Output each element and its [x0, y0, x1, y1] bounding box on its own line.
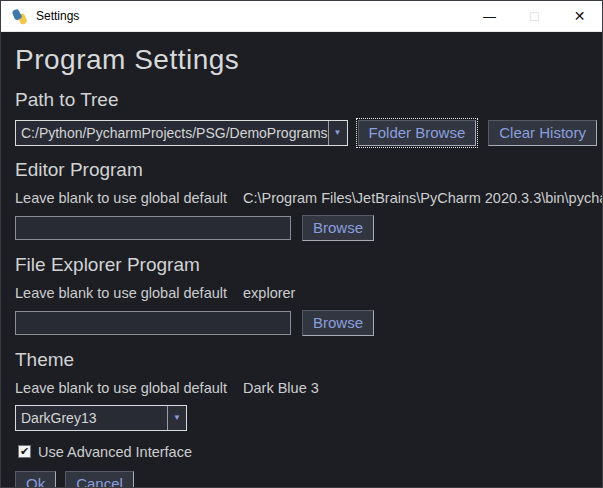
theme-hint: Leave blank to use global default [15, 380, 227, 396]
editor-browse-button[interactable]: Browse [302, 215, 374, 241]
file-explorer-default-value: explorer [243, 285, 295, 301]
theme-combobox-value[interactable]: DarkGrey13 [16, 406, 167, 430]
theme-dropdown-button[interactable]: ▼ [167, 406, 186, 430]
path-to-tree-row: C:/Python/PycharmProjects/PSG/DemoProgra… [15, 120, 588, 146]
advanced-interface-checkbox[interactable]: ✔ [18, 445, 31, 458]
folder-path-combobox-value[interactable]: C:/Python/PycharmProjects/PSG/DemoProgra… [16, 121, 328, 145]
pysimplegui-logo-icon [11, 8, 28, 25]
section-heading-theme: Theme [15, 349, 588, 371]
window-title: Settings [36, 9, 467, 23]
theme-default-value: Dark Blue 3 [243, 380, 319, 396]
editor-program-input[interactable] [15, 216, 291, 240]
settings-content: Program Settings Path to Tree C:/Python/… [1, 44, 602, 488]
folder-browse-button[interactable]: Folder Browse [358, 120, 477, 146]
cancel-button[interactable]: Cancel [65, 471, 134, 488]
folder-path-combobox[interactable]: C:/Python/PycharmProjects/PSG/DemoProgra… [15, 120, 348, 146]
page-title: Program Settings [15, 44, 588, 76]
theme-combo-row: DarkGrey13 ▼ [15, 405, 588, 431]
maximize-button[interactable]: □ [512, 1, 557, 32]
maximize-icon: □ [530, 8, 538, 24]
close-button[interactable]: ✕ [557, 1, 602, 32]
editor-program-input-row: Browse [15, 215, 588, 241]
minimize-button[interactable]: — [467, 1, 512, 32]
editor-program-default-value: C:\Program Files\JetBrains\PyCharm 2020.… [243, 190, 603, 206]
footer-buttons: Ok Cancel [15, 471, 588, 488]
file-explorer-input[interactable] [15, 311, 291, 335]
clear-history-button[interactable]: Clear History [488, 120, 597, 146]
advanced-interface-checkbox-row[interactable]: ✔ Use Advanced Interface [18, 444, 588, 460]
titlebar[interactable]: Settings — □ ✕ [1, 1, 602, 32]
section-heading-file-explorer: File Explorer Program [15, 254, 588, 276]
advanced-interface-checkbox-label[interactable]: Use Advanced Interface [38, 444, 192, 460]
chevron-down-icon: ▼ [334, 129, 342, 137]
file-explorer-browse-button[interactable]: Browse [302, 310, 374, 336]
theme-hint-row: Leave blank to use global default Dark B… [15, 380, 588, 396]
checkmark-icon: ✔ [20, 446, 29, 457]
ok-button[interactable]: Ok [15, 471, 56, 488]
section-heading-path-to-tree: Path to Tree [15, 89, 588, 111]
editor-program-hint-row: Leave blank to use global default C:\Pro… [15, 190, 588, 206]
minimize-icon: — [483, 9, 496, 24]
folder-path-dropdown-button[interactable]: ▼ [328, 121, 347, 145]
section-heading-editor-program: Editor Program [15, 159, 588, 181]
file-explorer-input-row: Browse [15, 310, 588, 336]
close-icon: ✕ [574, 8, 586, 24]
editor-program-hint: Leave blank to use global default [15, 190, 227, 206]
file-explorer-hint-row: Leave blank to use global default explor… [15, 285, 588, 301]
theme-combobox[interactable]: DarkGrey13 ▼ [15, 405, 187, 431]
chevron-down-icon: ▼ [173, 414, 181, 422]
settings-window: Settings — □ ✕ Program Settings Path to … [0, 0, 603, 488]
file-explorer-hint: Leave blank to use global default [15, 285, 227, 301]
